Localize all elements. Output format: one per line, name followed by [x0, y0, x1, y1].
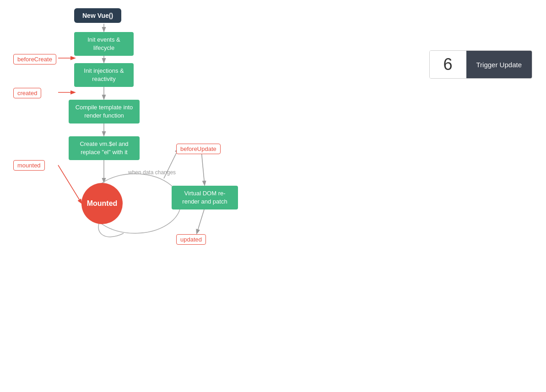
before-update-hook: beforeUpdate [176, 144, 221, 154]
compile-node: Compile template into render function [69, 100, 140, 124]
when-data-label: when data changes [128, 169, 176, 176]
svg-line-7 [58, 165, 81, 203]
svg-line-11 [197, 208, 205, 233]
mounted-hook: mounted [13, 160, 45, 171]
create-vm-node: Create vm.$el and replace "el" with it [69, 136, 140, 160]
counter-area: 6 Trigger Update [429, 50, 533, 79]
updated-hook: updated [176, 234, 206, 245]
init-inject-node: Init injections & reactivity [74, 63, 134, 87]
created-hook: created [13, 88, 41, 98]
mounted-circle-node: Mounted [81, 183, 123, 224]
svg-line-10 [201, 151, 205, 185]
counter-display: 6 [430, 51, 466, 78]
new-vue-node: New Vue() [74, 8, 121, 23]
before-create-hook: beforeCreate [13, 54, 56, 64]
virtual-dom-node: Virtual DOM re-render and patch [172, 186, 238, 209]
init-events-node: Init events & lifecycle [74, 32, 134, 56]
trigger-update-button[interactable]: Trigger Update [466, 51, 532, 78]
